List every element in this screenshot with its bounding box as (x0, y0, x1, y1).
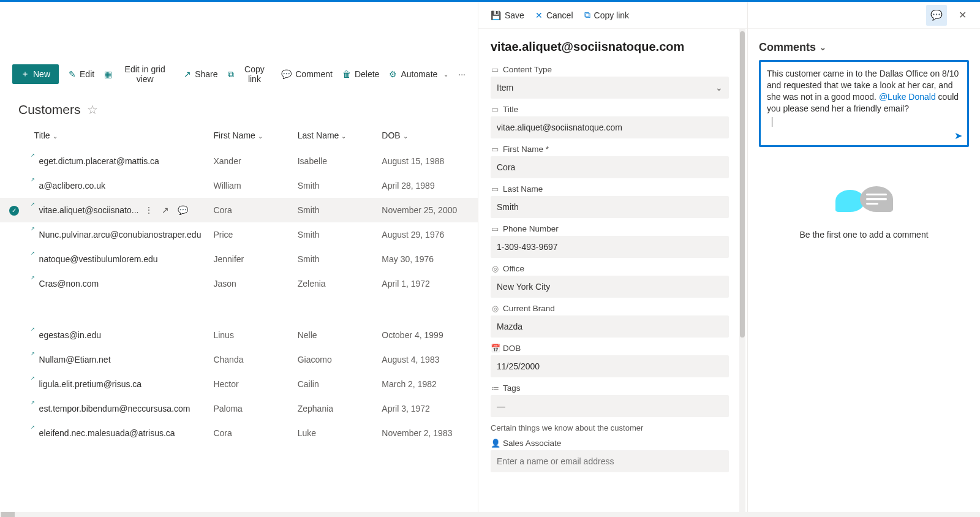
table-row[interactable]: eget.dictum.placerat@mattis.caXanderIsab… (0, 149, 478, 173)
send-icon: ➤ (954, 130, 962, 141)
close-icon: ✕ (535, 10, 543, 20)
send-comment-button[interactable]: ➤ (954, 130, 962, 142)
mention[interactable]: @Luke Donald (879, 92, 936, 102)
title-cell[interactable]: vitae.aliquet@sociisnato...⋮↗💬 (28, 198, 208, 222)
first-name-cell: William (207, 173, 291, 198)
dob-input[interactable]: 11/25/2000 (491, 355, 729, 377)
title-cell[interactable]: ligula.elit.pretium@risus.ca (28, 372, 208, 396)
title-cell[interactable]: eget.dictum.placerat@mattis.ca (28, 149, 208, 173)
dob-cell: April 28, 1989 (375, 173, 478, 198)
first-name-cell: Price (207, 222, 291, 247)
first-name-cell: Jason (207, 271, 291, 296)
row-comment-icon[interactable]: 💬 (178, 205, 188, 215)
title-cell[interactable]: eleifend.nec.malesuada@atrisus.ca (28, 421, 208, 445)
last-name-input[interactable]: Smith (491, 196, 729, 218)
table-row[interactable]: est.tempor.bibendum@neccursusa.comPaloma… (0, 396, 478, 421)
table-row[interactable]: egestas@in.eduLinusNelleOctober 4, 1999 (0, 323, 478, 347)
last-name-cell: Cailin (292, 372, 376, 396)
row-more-icon[interactable]: ⋮ (145, 205, 153, 215)
text-icon: ▭ (491, 184, 499, 194)
last-name-cell: Smith (292, 173, 376, 198)
col-first-name[interactable]: First Name⌄ (207, 122, 291, 149)
first-name-cell: Hector (207, 372, 291, 396)
phone-input[interactable]: 1-309-493-9697 (491, 236, 729, 258)
last-name-cell: Zelenia (292, 271, 376, 296)
first-name-cell: Chanda (207, 347, 291, 372)
title-cell[interactable]: egestas@in.edu (28, 323, 208, 347)
phone-label: Phone Number (503, 224, 559, 233)
cancel-button[interactable]: ✕Cancel (535, 10, 573, 20)
comment-input[interactable]: This customer came in to the Dallas Offi… (759, 60, 969, 147)
sales-associate-input[interactable] (491, 450, 729, 472)
link-icon: ⧉ (584, 10, 590, 20)
form-copy-link-button[interactable]: ⧉Copy link (584, 10, 630, 20)
last-name-cell: Smith (292, 198, 376, 222)
horizontal-scrollbar[interactable] (0, 512, 980, 517)
title-cell[interactable]: Nullam@Etiam.net (28, 347, 208, 372)
chevron-down-icon: ⌄ (258, 133, 263, 140)
dob-cell: October 4, 1999 (375, 323, 478, 347)
dob-cell: November 25, 2000 (375, 198, 478, 222)
table-row[interactable]: eleifend.nec.malesuada@atrisus.caCoraLuk… (0, 421, 478, 445)
col-dob[interactable]: DOB⌄ (375, 122, 478, 149)
first-name-input[interactable]: Cora (491, 156, 729, 178)
last-name-cell: Giacomo (292, 347, 376, 372)
copy-link-button[interactable]: ⧉Copy link (228, 64, 272, 84)
table-row[interactable]: Cras@non.comJasonZeleniaApril 1, 1972 (0, 271, 478, 296)
comment-icon: 💬 (930, 9, 943, 21)
more-button[interactable]: ··· (458, 69, 466, 79)
last-name-cell: Luke (292, 421, 376, 445)
share-button[interactable]: ↗Share (184, 69, 217, 79)
table-row[interactable]: ligula.elit.pretium@risus.caHectorCailin… (0, 372, 478, 396)
favorite-star-icon[interactable]: ☆ (87, 102, 98, 117)
chevron-down-icon: ⌄ (53, 133, 58, 140)
tags-label: Tags (503, 383, 521, 393)
col-last-name[interactable]: Last Name⌄ (292, 122, 376, 149)
comment-button[interactable]: 💬Comment (281, 69, 333, 79)
last-name-cell: Zephania (292, 396, 376, 421)
close-panel-button[interactable]: ✕ (952, 5, 973, 26)
office-input[interactable]: New York City (491, 276, 729, 298)
dob-cell: August 4, 1983 (375, 347, 478, 372)
title-cell[interactable]: Cras@non.com (28, 271, 208, 296)
save-button[interactable]: 💾Save (491, 10, 524, 20)
chevron-down-icon: ⌄ (715, 83, 723, 92)
save-icon: 💾 (491, 10, 501, 20)
dob-cell: May 30, 1976 (375, 247, 478, 271)
title-cell[interactable]: est.tempor.bibendum@neccursusa.com (28, 396, 208, 421)
text-icon: ▭ (491, 105, 499, 114)
delete-button[interactable]: 🗑Delete (342, 69, 379, 79)
command-bar: ＋ New ✎Edit ▦Edit in grid view ↗Share ⧉C… (0, 61, 478, 88)
new-button[interactable]: ＋ New (12, 64, 59, 84)
title-input[interactable]: vitae.aliquet@sociisnatoque.com (491, 116, 729, 138)
sales-assoc-label: Sales Associate (503, 439, 561, 448)
tags-input[interactable]: — (491, 395, 729, 417)
plus-icon: ＋ (21, 69, 29, 80)
empty-text: Be the first one to add a comment (759, 230, 969, 240)
first-name-cell: Paloma (207, 396, 291, 421)
edit-button[interactable]: ✎Edit (69, 69, 94, 79)
content-type-select[interactable]: Item⌄ (491, 77, 729, 99)
title-cell[interactable]: a@aclibero.co.uk (28, 173, 208, 198)
list-area: ＋ New ✎Edit ▦Edit in grid view ↗Share ⧉C… (0, 2, 478, 517)
comments-pane-toggle[interactable]: 💬 (926, 5, 947, 26)
title-cell[interactable]: natoque@vestibulumlorem.edu (28, 247, 208, 271)
col-title[interactable]: Title⌄ (28, 122, 208, 149)
selected-check-icon[interactable]: ✓ (9, 206, 19, 216)
edit-grid-button[interactable]: ▦Edit in grid view (104, 64, 174, 84)
form-scrollbar[interactable] (739, 29, 745, 517)
table-row[interactable]: a@aclibero.co.ukWilliamSmithApril 28, 19… (0, 173, 478, 198)
table-row[interactable]: natoque@vestibulumlorem.eduJenniferSmith… (0, 247, 478, 271)
first-name-cell: Cora (207, 421, 291, 445)
title-cell[interactable]: Nunc.pulvinar.arcu@conubianostraper.edu (28, 222, 208, 247)
calendar-icon: 📅 (491, 344, 499, 353)
comments-heading[interactable]: Comments ⌄ (759, 41, 969, 54)
brand-label: Current Brand (503, 304, 555, 313)
dob-cell: March 2, 1982 (375, 372, 478, 396)
brand-input[interactable]: Mazda (491, 315, 729, 338)
row-share-icon[interactable]: ↗ (162, 205, 169, 215)
table-row[interactable]: Nunc.pulvinar.arcu@conubianostraper.eduP… (0, 222, 478, 247)
automate-button[interactable]: ⚙Automate⌄ (389, 69, 448, 79)
table-row[interactable]: Nullam@Etiam.netChandaGiacomoAugust 4, 1… (0, 347, 478, 372)
table-row[interactable]: ✓vitae.aliquet@sociisnato...⋮↗💬CoraSmith… (0, 198, 478, 222)
